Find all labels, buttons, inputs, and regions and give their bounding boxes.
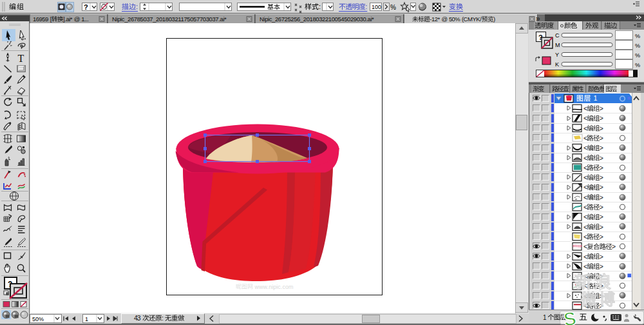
svg-text:C: C [555,32,560,39]
svg-text:>: > [612,242,616,250]
svg-text:T: T [18,53,24,64]
svg-text:%: % [635,52,640,59]
svg-text:>: > [600,114,603,122]
svg-text:>: > [600,164,603,172]
svg-text:<: < [583,203,587,211]
svg-text:www.nipic.com: www.nipic.com [254,284,294,290]
svg-text:%: % [635,33,640,39]
svg-text:>: > [600,262,603,270]
svg-text::: : [365,3,367,10]
svg-text:S: S [562,308,578,325]
svg-text:50%: 50% [449,15,460,23]
svg-text:(CMYK/: (CMYK/ [462,15,482,23]
svg-text:<: < [583,262,587,270]
svg-text:>: > [600,223,603,231]
svg-text:>: > [600,144,603,152]
svg-text::: : [136,3,138,10]
svg-text:>: > [600,183,603,191]
svg-text:?: ? [84,3,88,11]
svg-text:K: K [555,61,559,68]
svg-text:<: < [583,223,587,231]
svg-text:»: » [536,14,540,23]
svg-text:<: < [583,134,587,142]
svg-text:100: 100 [372,4,381,10]
svg-text:>: > [600,253,603,261]
svg-text:Nipic_26725256_201803221005450: Nipic_26725256_20180322100545029030.ai* [260,15,374,23]
svg-text:1...: 1... [81,15,89,23]
svg-text:<: < [583,154,587,162]
svg-text:<: < [583,233,587,241]
svg-text:<: < [583,104,587,112]
svg-text:%: % [635,43,640,49]
svg-text:<: < [583,213,587,221]
svg-text:@: @ [441,15,448,23]
svg-text:<: < [583,173,587,181]
svg-text:>: > [600,134,603,142]
svg-text:>: > [600,124,603,132]
svg-text:>: > [600,104,603,112]
svg-text:].ai*: ].ai* [63,15,73,23]
svg-text:<: < [583,164,587,172]
svg-text:<: < [583,242,587,250]
svg-text:%: % [390,4,396,11]
svg-text::: : [319,3,321,10]
svg-text:-12*: -12* [430,15,440,23]
svg-text:): ) [493,15,495,23]
svg-text:<: < [583,193,587,201]
svg-text:%: % [635,62,640,68]
svg-text::: : [162,314,164,322]
svg-text:16959: 16959 [33,15,48,23]
svg-text:>: > [600,203,603,211]
svg-text:<: < [583,124,587,132]
svg-text:>: > [600,213,603,221]
svg-text:>: > [600,154,603,162]
svg-text:>: > [600,233,603,241]
svg-text:1: 1 [543,314,547,321]
svg-text:Nipic_26785037_201803211750577: Nipic_26785037_20180321175057703037.ai* [112,15,227,23]
svg-text:1: 1 [594,94,598,102]
svg-text:<: < [583,253,587,261]
svg-text:43: 43 [134,314,141,322]
svg-text:>: > [600,173,603,181]
svg-text:50%: 50% [32,316,44,322]
svg-text:M: M [555,42,560,48]
svg-text:Y: Y [555,52,559,58]
svg-text:<: < [583,114,587,122]
svg-text:>: > [600,193,603,201]
svg-text:<: < [583,183,587,191]
svg-text:1: 1 [85,316,88,322]
svg-text:[: [ [50,15,52,23]
svg-text:@: @ [74,15,80,23]
svg-text:<: < [583,144,587,152]
